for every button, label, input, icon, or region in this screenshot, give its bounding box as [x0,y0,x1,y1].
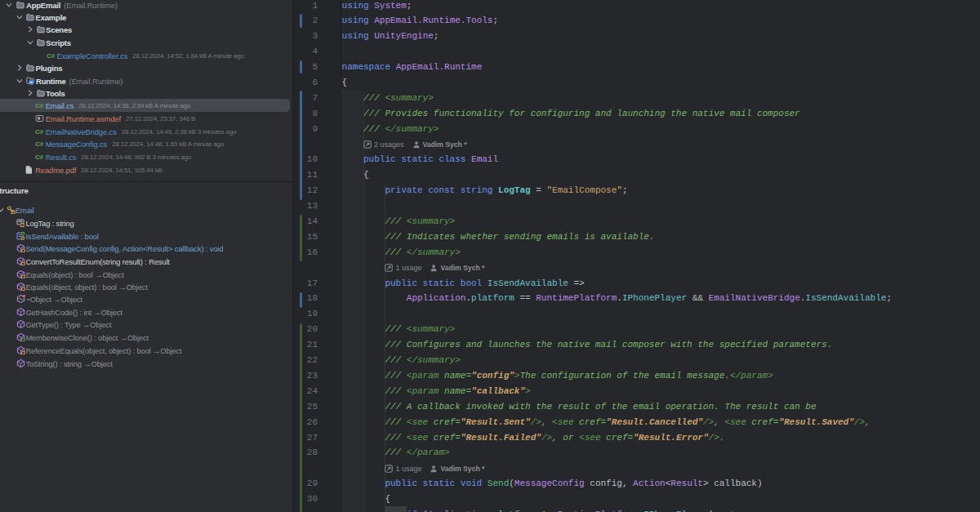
svg-text:C#: C# [35,128,44,136]
svg-text:C#: C# [35,154,44,161]
svg-text:C#: C# [35,140,44,148]
svg-text:C#: C# [35,102,44,109]
svg-text:C#: C# [47,52,56,60]
